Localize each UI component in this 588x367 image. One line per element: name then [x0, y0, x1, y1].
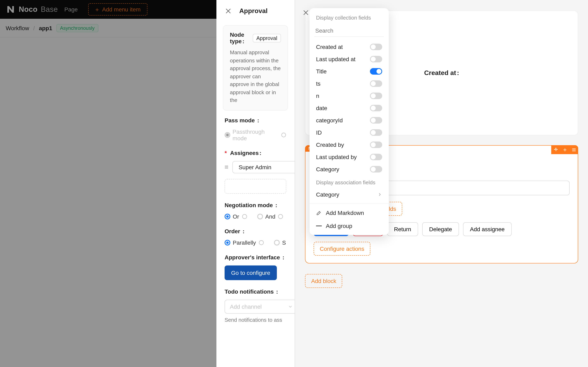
info-icon [259, 240, 264, 245]
chevron-right-icon [377, 192, 382, 197]
svg-point-3 [259, 240, 263, 245]
order-label: Order [225, 228, 286, 234]
drag-handle-icon[interactable]: ≡ [225, 163, 228, 171]
popover-add-markdown[interactable]: Add Markdown [310, 206, 389, 219]
fields-popover: Display collection fields Created atLast… [310, 8, 389, 235]
drawer-title: Approval [239, 7, 268, 15]
add-block-label: Add block [311, 278, 336, 284]
negotiation-and-radio[interactable]: And [257, 213, 284, 220]
popover-field-row[interactable]: ID [310, 126, 389, 139]
todo-help-text: Send notifications to ass [225, 317, 286, 323]
popover-divider [310, 203, 389, 204]
return-button[interactable]: Return [387, 222, 418, 236]
popover-field-label: Created at [316, 44, 343, 50]
plus-icon [562, 147, 567, 152]
popover-field-row[interactable]: Last updated at [310, 53, 389, 65]
assignee-value[interactable]: Super Admin [233, 161, 298, 173]
close-icon[interactable] [225, 7, 232, 15]
popover-field-row[interactable]: date [310, 102, 389, 114]
field-toggle[interactable] [370, 68, 382, 75]
add-assignee-dashed[interactable] [225, 179, 286, 193]
popover-add-group-label: Add group [326, 223, 352, 229]
add-tool-button[interactable] [560, 145, 569, 154]
assignees-label: Assignees [230, 150, 261, 156]
popover-assoc-category[interactable]: Category [310, 188, 389, 201]
menu-tool-button[interactable] [569, 145, 578, 154]
field-toggle[interactable] [370, 92, 382, 99]
field-toggle[interactable] [370, 142, 382, 148]
popover-field-label: date [316, 105, 327, 111]
negotiation-and-label: And [265, 213, 276, 220]
popover-field-label: ts [316, 80, 320, 87]
popover-field-list: Created atLast updated atTitletsndatecat… [310, 39, 389, 177]
order-parallel-label: Parallelly [233, 239, 256, 246]
popover-field-row[interactable]: Category [310, 163, 389, 175]
backdrop-overlay[interactable] [0, 0, 216, 367]
node-type-chip: Approval [252, 34, 281, 42]
svg-point-1 [242, 214, 247, 218]
list-icon [571, 147, 576, 152]
order-sequential-radio[interactable]: S [274, 239, 286, 246]
popover-field-row[interactable]: Created at [310, 41, 389, 53]
field-toggle[interactable] [370, 154, 382, 160]
info-icon [281, 132, 286, 138]
drag-icon [553, 147, 558, 152]
info-icon [278, 213, 284, 219]
info-icon [242, 213, 247, 219]
created-at-label: Created at [424, 69, 459, 77]
node-type-label: Node type [230, 31, 249, 44]
popover-search-wrap [314, 25, 384, 37]
popover-field-row[interactable]: Created by [310, 139, 389, 151]
node-type-box: Node type Approval Manual approval opera… [223, 25, 288, 110]
configure-actions-button[interactable]: Configure actions [314, 242, 370, 256]
add-block-button[interactable]: Add block [305, 274, 342, 288]
field-toggle[interactable] [370, 105, 382, 111]
svg-point-2 [278, 214, 283, 218]
field-toggle[interactable] [370, 166, 382, 173]
field-toggle[interactable] [370, 129, 382, 136]
negotiation-or-radio[interactable]: Or [225, 213, 247, 220]
field-toggle[interactable] [370, 56, 382, 62]
order-parallel-radio[interactable]: Parallelly [225, 239, 264, 246]
popover-field-label: Created by [316, 142, 344, 148]
field-toggle[interactable] [370, 80, 382, 87]
popover-search-input[interactable] [314, 25, 384, 37]
delegate-button[interactable]: Delegate [422, 222, 459, 236]
field-toggle[interactable] [370, 117, 382, 124]
popover-field-label: Category [316, 166, 339, 173]
popover-section-collection: Display collection fields [310, 12, 389, 23]
popover-add-markdown-label: Add Markdown [326, 210, 364, 216]
passthrough-mode-radio[interactable]: Passthrough mode [225, 128, 286, 141]
popover-field-label: n [316, 92, 319, 99]
popover-add-group[interactable]: Add group [310, 219, 389, 233]
drag-tool-button[interactable] [551, 145, 560, 154]
panel-tools [551, 145, 578, 154]
add-channel-placeholder: Add channel [230, 303, 262, 310]
popover-assoc-label: Category [316, 191, 339, 198]
required-asterisk: * [225, 150, 227, 156]
chevron-down-icon [288, 304, 293, 309]
node-type-description: Manual approval operations within the ap… [230, 49, 281, 104]
close-icon[interactable] [302, 9, 310, 16]
popover-field-label: Title [316, 68, 327, 75]
minus-icon [316, 225, 322, 226]
popover-field-row[interactable]: n [310, 90, 389, 102]
field-toggle[interactable] [370, 44, 382, 50]
add-channel-select[interactable]: Add channel [225, 300, 298, 313]
order-seq-label-initial: S [282, 239, 286, 246]
popover-field-label: ID [316, 129, 322, 136]
approver-interface-label: Approver's interface [225, 254, 286, 260]
popover-field-label: Last updated by [316, 154, 357, 160]
add-assignee-button[interactable]: Add assignee [463, 222, 512, 236]
popover-field-row[interactable]: ts [310, 77, 389, 90]
go-to-configure-button[interactable]: Go to configure [225, 265, 277, 280]
popover-field-label: Last updated at [316, 56, 355, 62]
popover-field-row[interactable]: Last updated by [310, 151, 389, 163]
todo-label: Todo notifications [225, 288, 286, 295]
svg-point-0 [282, 133, 286, 137]
popover-field-row[interactable]: Title [310, 65, 389, 77]
negotiation-or-label: Or [233, 213, 239, 220]
popover-field-row[interactable]: categoryId [310, 114, 389, 126]
passthrough-label: Passthrough mode [233, 128, 278, 141]
config-drawer: Approval Node type Approval Manual appro… [216, 0, 295, 367]
